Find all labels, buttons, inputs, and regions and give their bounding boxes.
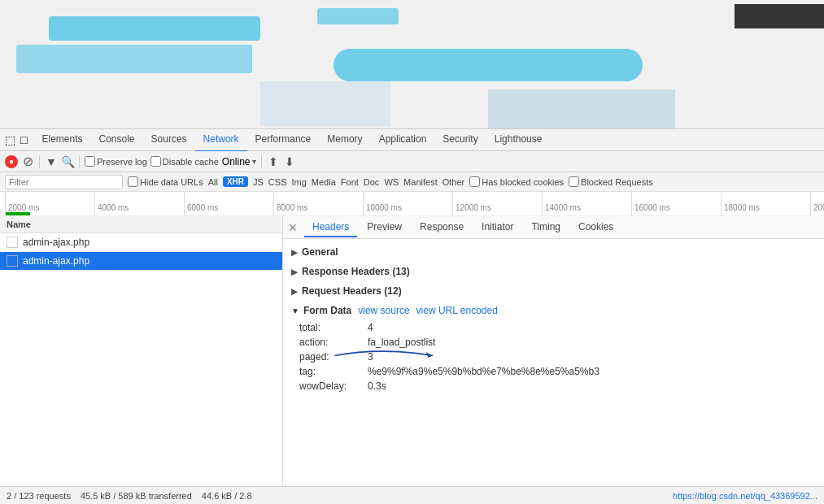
file-name: admin-ajax.php	[23, 237, 89, 248]
search-button[interactable]: 🔍	[61, 155, 74, 168]
form-key-wowdelay: wowDelay:	[299, 380, 364, 392]
media-filter[interactable]: Media	[312, 177, 336, 187]
manifest-filter[interactable]: Manifest	[403, 177, 438, 187]
tab-network[interactable]: Network	[195, 128, 247, 152]
view-url-encoded-link[interactable]: view URL encoded	[416, 305, 498, 316]
has-blocked-cookies-label[interactable]: Has blocked cookies	[469, 176, 564, 187]
detail-panel: ✕ Headers Preview Response Initiator Tim…	[283, 216, 824, 486]
form-value-tag: %e9%9f%a9%e5%9b%bd%e7%be%8e%e5%a5%b3	[368, 366, 599, 377]
filter-button[interactable]: ▼	[45, 155, 58, 168]
tab-memory[interactable]: Memory	[319, 128, 370, 152]
tick-14000: 14000 ms	[542, 192, 631, 215]
tab-lighthouse[interactable]: Lighthouse	[486, 128, 551, 152]
form-data-actions: view source view URL encoded	[358, 305, 498, 316]
request-headers-arrow-icon: ▶	[291, 287, 298, 296]
tick-4000: 4000 ms	[94, 192, 184, 215]
transferred-size: 45.5 kB / 589 kB transferred	[81, 491, 192, 501]
filter-bar: Hide data URLs All XHR JS CSS Img Media …	[0, 172, 824, 192]
view-source-link[interactable]: view source	[358, 305, 409, 316]
disable-cache-checkbox[interactable]	[150, 156, 161, 167]
xhr-filter[interactable]: XHR	[223, 176, 248, 187]
file-name: admin-ajax.php	[23, 255, 89, 267]
ws-filter[interactable]: WS	[384, 177, 399, 187]
other-filter[interactable]: Other	[443, 177, 465, 187]
general-arrow-icon: ▶	[291, 248, 298, 257]
detail-tab-preview[interactable]: Preview	[359, 218, 410, 237]
requests-count: 2 / 123 requests	[7, 491, 71, 501]
has-blocked-cookies-checkbox[interactable]	[469, 176, 480, 187]
font-filter[interactable]: Font	[341, 177, 359, 187]
blocked-requests-checkbox[interactable]	[569, 176, 579, 187]
form-row-paged: paged: 3	[299, 350, 816, 364]
file-icon	[7, 237, 18, 248]
css-filter[interactable]: CSS	[268, 177, 287, 187]
tick-6000: 6000 ms	[184, 192, 273, 215]
detail-tab-timing[interactable]: Timing	[523, 218, 569, 237]
resource-size: 44.6 kB / 2.8	[202, 491, 252, 501]
browser-content-area	[0, 0, 824, 128]
detail-tab-response[interactable]: Response	[412, 218, 472, 237]
doc-filter[interactable]: Doc	[364, 177, 380, 187]
general-section-header[interactable]: ▶ General	[283, 242, 824, 262]
blue-arrow-annotation	[324, 345, 454, 366]
tick-18000: 18000 ms	[721, 192, 810, 215]
js-filter[interactable]: JS	[253, 177, 264, 187]
form-data-fields: total: 4 action: fa_load_postlist paged:…	[283, 320, 824, 398]
detail-tab-headers[interactable]: Headers	[304, 218, 357, 237]
tick-16000: 16000 ms	[631, 192, 721, 215]
preserve-log-checkbox[interactable]	[85, 156, 95, 167]
detail-tab-initiator[interactable]: Initiator	[473, 218, 521, 237]
file-list-panel: Name admin-ajax.php admin-ajax.php	[0, 216, 283, 486]
close-detail-button[interactable]: ✕	[288, 221, 298, 234]
disable-cache-label[interactable]: Disable cache	[150, 156, 219, 167]
form-row-wowdelay: wowDelay: 0.3s	[299, 379, 816, 393]
toolbar-divider2	[79, 155, 80, 168]
blocked-requests-label[interactable]: Blocked Requests	[569, 176, 653, 187]
current-url: https://blog.csdn.net/qq_43369592...	[673, 491, 817, 501]
detail-content: ▶ General ▶ Response Headers (13) ▶ Requ…	[283, 239, 824, 402]
online-selector[interactable]: Online ▾	[222, 156, 256, 167]
tab-performance[interactable]: Performance	[247, 128, 320, 152]
file-list-header: Name	[0, 216, 282, 233]
detail-tab-cookies[interactable]: Cookies	[570, 218, 621, 237]
devtools-tab-bar: ⬚ □ Elements Console Sources Network Per…	[0, 128, 824, 151]
status-bar: 2 / 123 requests 45.5 kB / 589 kB transf…	[0, 486, 824, 504]
request-headers-section-header[interactable]: ▶ Request Headers (12)	[283, 281, 824, 301]
network-toolbar: ● ⊘ ▼ 🔍 Preserve log Disable cache Onlin…	[0, 151, 824, 172]
form-data-label: Form Data	[303, 305, 351, 316]
toolbar-divider	[39, 155, 40, 168]
inspect-icon[interactable]: ⬚	[5, 133, 15, 146]
tab-console[interactable]: Console	[91, 128, 143, 152]
form-key-tag: tag:	[299, 366, 364, 377]
download-button[interactable]: ⬇	[283, 155, 296, 168]
form-value-wowdelay: 0.3s	[368, 380, 386, 392]
tab-sources[interactable]: Sources	[143, 128, 195, 152]
filter-input[interactable]	[5, 175, 123, 189]
device-icon[interactable]: □	[20, 133, 27, 146]
list-item[interactable]: admin-ajax.php	[0, 233, 282, 252]
preserve-log-label[interactable]: Preserve log	[85, 156, 147, 167]
tab-security[interactable]: Security	[434, 128, 486, 152]
all-filter[interactable]: All	[208, 177, 218, 187]
stop-button[interactable]: ⊘	[21, 155, 34, 168]
list-item[interactable]: admin-ajax.php	[0, 252, 282, 271]
tab-application[interactable]: Application	[371, 128, 435, 152]
detail-tab-bar: ✕ Headers Preview Response Initiator Tim…	[283, 216, 824, 239]
upload-button[interactable]: ⬆	[267, 155, 280, 168]
tick-20000: 20000 ms	[810, 192, 824, 215]
form-data-section-header[interactable]: ▼ Form Data view source view URL encoded	[283, 301, 824, 320]
timeline-bar: 2000 ms 4000 ms 6000 ms 8000 ms 10000 ms…	[0, 192, 824, 216]
tick-2000: 2000 ms	[5, 192, 94, 215]
response-headers-arrow-icon: ▶	[291, 267, 298, 276]
tick-10000: 10000 ms	[363, 192, 452, 215]
response-headers-section-header[interactable]: ▶ Response Headers (13)	[283, 262, 824, 281]
record-button[interactable]: ●	[5, 155, 18, 168]
toolbar-divider3	[261, 155, 262, 168]
online-dropdown-arrow: ▾	[252, 157, 256, 166]
tab-elements[interactable]: Elements	[33, 128, 90, 152]
hide-data-urls-checkbox[interactable]	[128, 176, 138, 187]
file-icon	[7, 255, 18, 267]
hide-data-urls-label[interactable]: Hide data URLs	[128, 176, 203, 187]
main-area: Name admin-ajax.php admin-ajax.php ✕ Hea…	[0, 216, 824, 486]
img-filter[interactable]: Img	[291, 177, 306, 187]
